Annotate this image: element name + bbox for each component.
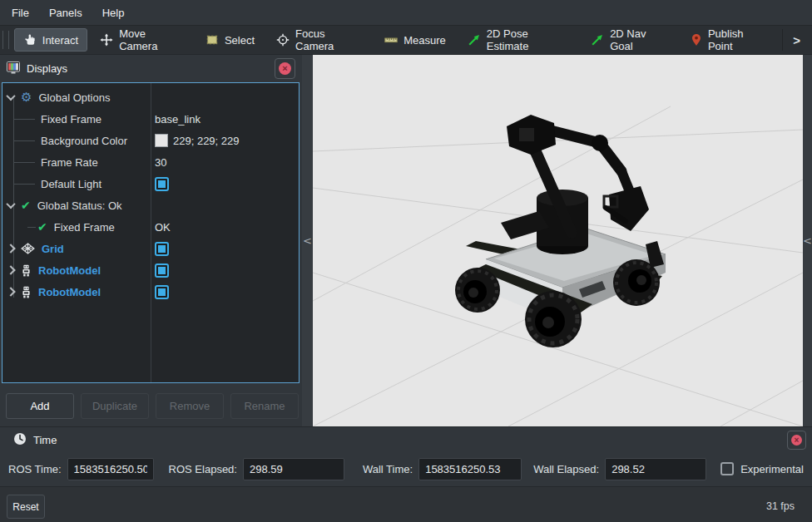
- green-arrow-icon: [591, 33, 604, 47]
- remove-button: Remove: [156, 393, 224, 419]
- time-panel: Time × ROS Time: ROS Elapsed: Wall Time:…: [0, 426, 812, 486]
- ros-time-label: ROS Time:: [8, 463, 62, 475]
- color-swatch[interactable]: [155, 134, 168, 147]
- displays-close-button[interactable]: ×: [275, 58, 295, 79]
- wall-time-input[interactable]: [418, 458, 522, 480]
- robotmodel-enabled-checkbox[interactable]: [155, 263, 169, 278]
- tree-guide-dash: [13, 140, 35, 141]
- displays-panel-header[interactable]: Displays: [0, 55, 302, 82]
- grid-enabled-checkbox[interactable]: [155, 242, 169, 256]
- tool-measure-button[interactable]: Measure: [375, 28, 455, 52]
- tool-2d-nav-goal-button[interactable]: 2D Nav Goal: [582, 28, 678, 52]
- reset-button[interactable]: Reset: [7, 495, 45, 519]
- tree-row-global-options[interactable]: ⚙ Global Options: [2, 86, 299, 108]
- menu-panels[interactable]: Panels: [39, 0, 92, 26]
- displays-icon: [7, 62, 20, 76]
- tool-interact-button[interactable]: Interact: [14, 28, 87, 52]
- map-pin-icon: [691, 33, 702, 47]
- row-label: Background Color: [41, 135, 127, 147]
- tool-move-camera-button[interactable]: Move Camera: [91, 28, 193, 52]
- chevron-right-icon[interactable]: [6, 244, 15, 253]
- chevron-right-icon[interactable]: [6, 265, 15, 274]
- tree-guide-dash: [27, 227, 36, 228]
- time-fields-row: ROS Time: ROS Elapsed: Wall Time: Wall E…: [8, 456, 804, 481]
- ros-elapsed-label: ROS Elapsed:: [169, 463, 237, 475]
- row-label: Fixed Frame: [41, 113, 102, 126]
- tool-label: Focus Camera: [295, 27, 363, 52]
- display-buttons-row: Add Duplicate Remove Rename: [6, 393, 299, 419]
- tree-guide-dash: [13, 119, 35, 120]
- time-panel-header[interactable]: Time: [0, 427, 812, 453]
- default-light-checkbox[interactable]: [155, 177, 169, 191]
- ros-elapsed-input[interactable]: [243, 458, 344, 480]
- tool-focus-camera-button[interactable]: Focus Camera: [267, 28, 372, 52]
- tree-row-background-color[interactable]: Background Color 229; 229; 229: [2, 130, 299, 151]
- ruler-icon: [384, 33, 398, 47]
- displays-tree[interactable]: ⚙ Global Options Fixed Frame base_link B…: [2, 82, 300, 383]
- crosshair-icon: [276, 33, 290, 47]
- row-label: RobotModel: [38, 264, 101, 277]
- chevron-right-icon[interactable]: [6, 287, 15, 296]
- toolbar-drag-handle[interactable]: [2, 31, 9, 49]
- clock-icon: [13, 432, 27, 448]
- green-arrow-icon: [468, 33, 481, 47]
- chevron-down-icon[interactable]: [6, 199, 15, 209]
- row-label: Global Options: [38, 91, 110, 104]
- close-icon: ×: [791, 435, 802, 446]
- tool-label: Select: [225, 34, 255, 47]
- tool-publish-point-button[interactable]: Publish Point: [681, 28, 777, 52]
- menu-file[interactable]: File: [2, 0, 39, 26]
- displays-panel-title: Displays: [27, 62, 67, 75]
- tool-label: Measure: [404, 34, 446, 47]
- tool-label: Publish Point: [708, 27, 768, 52]
- fixed-frame-status-value: OK: [155, 221, 171, 234]
- chevron-down-icon[interactable]: [6, 91, 15, 101]
- gear-icon: ⚙: [21, 91, 32, 104]
- add-button[interactable]: Add: [6, 393, 74, 419]
- chevron-left-icon: <: [803, 234, 812, 247]
- toolbar-overflow-button[interactable]: >: [786, 28, 807, 52]
- tool-label: 2D Nav Goal: [610, 27, 669, 52]
- robot-icon: [21, 264, 32, 277]
- panel-collapse-handle-right[interactable]: <: [803, 55, 812, 426]
- fixed-frame-value[interactable]: base_link: [155, 113, 201, 126]
- frame-rate-value[interactable]: 30: [155, 156, 166, 169]
- menu-help[interactable]: Help: [92, 0, 135, 26]
- tree-row-global-status[interactable]: ✔ Global Status: Ok: [2, 195, 299, 216]
- tool-label: Move Camera: [119, 27, 184, 52]
- fps-counter: 31 fps: [766, 500, 795, 512]
- time-panel-title: Time: [33, 434, 57, 446]
- row-label: RobotModel: [38, 286, 101, 298]
- row-label: Frame Rate: [41, 156, 98, 169]
- row-label: Default Light: [41, 178, 102, 190]
- tree-row-robotmodel-1[interactable]: RobotModel: [2, 259, 299, 281]
- wall-time-label: Wall Time:: [363, 463, 413, 475]
- hand-icon: [23, 33, 37, 47]
- close-icon: ×: [279, 62, 291, 75]
- rviz-window: File Panels Help Interact: [0, 0, 812, 522]
- robot-model-render: [313, 55, 803, 426]
- tree-row-default-light[interactable]: Default Light: [2, 173, 299, 195]
- tool-2d-pose-estimate-button[interactable]: 2D Pose Estimate: [458, 28, 578, 52]
- wall-elapsed-input[interactable]: [605, 458, 706, 480]
- panel-collapse-handle-left[interactable]: <: [302, 55, 313, 426]
- tree-row-fixed-frame[interactable]: Fixed Frame base_link: [2, 108, 299, 130]
- 3d-viewport[interactable]: [313, 55, 803, 426]
- chevron-left-icon: <: [303, 234, 312, 247]
- experimental-checkbox[interactable]: [720, 462, 734, 475]
- tool-select-button[interactable]: Select: [196, 28, 264, 52]
- selection-box-icon: [205, 33, 219, 47]
- tree-row-robotmodel-2[interactable]: RobotModel: [2, 281, 299, 303]
- tree-guide-dash: [13, 184, 35, 185]
- status-ok-check-icon: ✔: [21, 199, 31, 212]
- background-color-value[interactable]: 229; 229; 229: [173, 135, 240, 147]
- robotmodel-enabled-checkbox[interactable]: [155, 285, 169, 299]
- tree-row-fixed-frame-status[interactable]: ✔ Fixed Frame OK: [2, 216, 299, 238]
- tool-label: 2D Pose Estimate: [487, 27, 569, 52]
- tree-row-grid[interactable]: Grid: [2, 238, 299, 259]
- rename-button: Rename: [230, 393, 299, 419]
- time-close-button[interactable]: ×: [787, 431, 806, 450]
- tree-row-frame-rate[interactable]: Frame Rate 30: [2, 151, 299, 173]
- ros-time-input[interactable]: [67, 458, 154, 480]
- robot-icon: [21, 286, 32, 298]
